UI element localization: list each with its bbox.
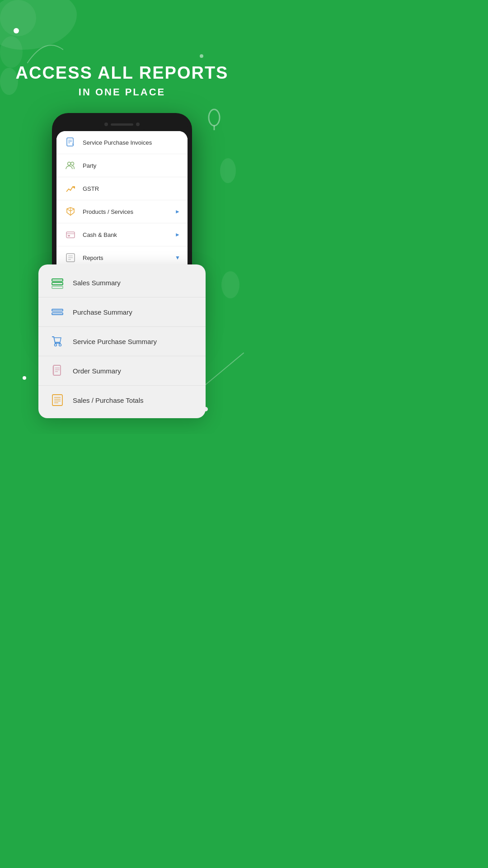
- notch-camera: [104, 123, 108, 126]
- menu-item-cash-bank[interactable]: Cash & Bank ►: [56, 223, 188, 246]
- svg-point-0: [209, 109, 220, 126]
- service-purchase-invoices-icon: [64, 136, 77, 149]
- dropdown-item-service-purchase-summary[interactable]: Service Purchase Summary: [38, 327, 206, 356]
- svg-rect-14: [68, 235, 70, 236]
- menu-label-reports: Reports: [83, 255, 175, 261]
- svg-point-36: [55, 344, 57, 346]
- header-section: ACCESS ALL REPORTS IN ONE PLACE: [0, 63, 244, 98]
- menu-label-service-purchase-invoices: Service Purchase Invoices: [83, 139, 180, 146]
- cash-bank-arrow: ►: [175, 231, 180, 238]
- cash-bank-icon: [64, 228, 77, 241]
- phone-notch-bar: [56, 118, 188, 131]
- dropdown-item-sales-purchase-totals[interactable]: Sales / Purchase Totals: [38, 386, 206, 415]
- phone-notch: [95, 119, 149, 129]
- deco-dot-4: [23, 376, 26, 380]
- svg-rect-12: [66, 232, 75, 238]
- sales-summary-icon: [49, 274, 66, 291]
- products-services-icon: [64, 205, 77, 218]
- dropdown-label-sales-summary: Sales Summary: [73, 279, 121, 287]
- deco-blob-right2: [221, 271, 239, 298]
- svg-rect-43: [52, 395, 62, 406]
- purchase-summary-icon: [49, 304, 66, 320]
- products-services-arrow: ►: [175, 208, 180, 215]
- menu-label-products-services: Products / Services: [83, 208, 175, 215]
- svg-rect-35: [52, 313, 63, 315]
- notch-sensor: [136, 123, 140, 126]
- dropdown-label-sales-purchase-totals: Sales / Purchase Totals: [73, 396, 143, 404]
- header-subtitle: IN ONE PLACE: [0, 86, 244, 98]
- dropdown-label-purchase-summary: Purchase Summary: [73, 308, 132, 316]
- dropdown-label-service-purchase-summary: Service Purchase Summary: [73, 338, 157, 345]
- reports-icon: [64, 251, 77, 264]
- svg-point-10: [68, 162, 71, 165]
- gstr-icon: [64, 182, 77, 195]
- deco-dot-2: [200, 54, 203, 58]
- deco-paperclip-1: [207, 108, 221, 131]
- menu-label-party: Party: [83, 162, 180, 169]
- service-purchase-summary-icon: [49, 333, 66, 349]
- svg-rect-42: [52, 366, 54, 374]
- deco-dot-1: [14, 28, 19, 33]
- party-icon: [64, 159, 77, 172]
- svg-point-11: [71, 162, 74, 165]
- dropdown-label-order-summary: Order Summary: [73, 367, 121, 375]
- svg-rect-34: [52, 309, 63, 311]
- notch-speaker: [111, 123, 133, 126]
- svg-rect-33: [52, 286, 63, 288]
- header-title: ACCESS ALL REPORTS: [0, 63, 244, 83]
- menu-label-gstr: GSTR: [83, 185, 180, 192]
- svg-point-37: [59, 344, 61, 346]
- sales-purchase-totals-icon: [49, 392, 66, 408]
- reports-dropdown-card: Sales Summary Purchase Summary Service P…: [38, 264, 206, 418]
- svg-rect-6: [67, 138, 73, 146]
- dropdown-item-purchase-summary[interactable]: Purchase Summary: [38, 297, 206, 327]
- menu-item-gstr[interactable]: GSTR: [56, 177, 188, 200]
- menu-item-party[interactable]: Party: [56, 154, 188, 177]
- menu-item-products-services[interactable]: Products / Services ►: [56, 200, 188, 223]
- svg-rect-38: [53, 365, 61, 375]
- dropdown-item-order-summary[interactable]: Order Summary: [38, 356, 206, 386]
- deco-curve-tl: [27, 36, 63, 63]
- svg-rect-32: [52, 283, 63, 285]
- deco-blob-right: [220, 158, 236, 183]
- reports-arrow-down: ▼: [175, 255, 180, 261]
- menu-label-cash-bank: Cash & Bank: [83, 231, 175, 238]
- menu-item-service-purchase-invoices[interactable]: Service Purchase Invoices: [56, 131, 188, 154]
- order-summary-icon: [49, 363, 66, 379]
- svg-rect-31: [52, 279, 63, 281]
- dropdown-item-sales-summary[interactable]: Sales Summary: [38, 268, 206, 297]
